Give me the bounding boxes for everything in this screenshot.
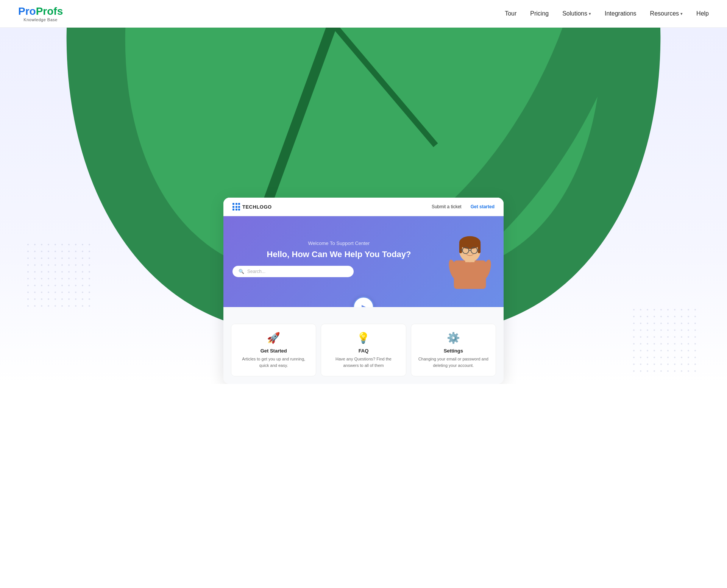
play-button[interactable]: ▶ — [353, 296, 374, 307]
demo-logo-area: TECHLOGO — [232, 203, 272, 211]
nav-links: Tour Pricing Solutions ▾ Integrations Re… — [505, 10, 709, 17]
nav-solutions[interactable]: Solutions ▾ — [562, 10, 591, 17]
nav-pricing[interactable]: Pricing — [530, 10, 549, 17]
play-icon: ▶ — [362, 303, 367, 307]
logo-pro: Pro — [18, 5, 36, 17]
demo-banner-label: Welcome To Support Center — [232, 240, 445, 246]
svg-rect-22 — [459, 243, 462, 253]
demo-hero-text: Welcome To Support Center Hello, How Can… — [232, 240, 445, 278]
card-desc-0: Articles to get you up and running, quic… — [237, 356, 310, 368]
demo-card-get-started: 🚀 Get Started Articles to get you up and… — [231, 324, 316, 376]
navbar: ProProfs Knowledge Base Tour Pricing Sol… — [0, 0, 727, 28]
card-desc-1: Have any Questions? Find the answers to … — [327, 356, 399, 368]
nav-tour[interactable]: Tour — [505, 10, 516, 17]
resources-chevron-icon: ▾ — [680, 11, 683, 16]
logo-subtitle: Knowledge Base — [18, 17, 63, 22]
demo-banner-title: Hello, How Can We Help You Today? — [232, 249, 445, 260]
demo-topbar: TECHLOGO Submit a ticket Get started — [223, 198, 504, 216]
logo-profs: Profs — [36, 5, 63, 17]
demo-card-faq: 💡 FAQ Have any Questions? Find the answe… — [321, 324, 406, 376]
card-title-2: Settings — [417, 348, 490, 354]
nav-integrations[interactable]: Integrations — [605, 10, 637, 17]
demo-topbar-actions: Submit a ticket Get started — [432, 204, 495, 209]
hero-section: Knowledge Base Software That Reduces Tic… — [0, 28, 727, 384]
logo[interactable]: ProProfs Knowledge Base — [18, 5, 63, 22]
demo-window-container: TECHLOGO Submit a ticket Get started Wel… — [8, 198, 719, 384]
demo-search-bar[interactable]: 🔍 Search... — [232, 266, 354, 277]
demo-card-settings: ⚙️ Settings Changing your email or passw… — [411, 324, 496, 376]
lightbulb-icon: 💡 — [327, 332, 399, 344]
svg-point-21 — [459, 236, 481, 249]
demo-hero-banner: Welcome To Support Center Hello, How Can… — [223, 216, 504, 307]
card-title-1: FAQ — [327, 348, 399, 354]
demo-cards-grid: 🚀 Get Started Articles to get you up and… — [223, 307, 504, 384]
get-started-link[interactable]: Get started — [471, 204, 495, 209]
rocket-icon: 🚀 — [237, 332, 310, 344]
svg-rect-18 — [454, 260, 486, 289]
nav-resources[interactable]: Resources ▾ — [650, 10, 683, 17]
search-icon: 🔍 — [239, 269, 244, 274]
demo-logo-grid-icon — [232, 203, 239, 211]
demo-window: TECHLOGO Submit a ticket Get started Wel… — [223, 198, 504, 384]
submit-ticket-link[interactable]: Submit a ticket — [432, 204, 462, 209]
nav-help[interactable]: Help — [696, 10, 709, 17]
card-title-0: Get Started — [237, 348, 310, 354]
card-desc-2: Changing your email or password and dele… — [417, 356, 490, 368]
solutions-chevron-icon: ▾ — [589, 11, 591, 16]
gear-icon: ⚙️ — [417, 332, 490, 344]
demo-person-image — [445, 228, 495, 289]
search-placeholder-text: Search... — [247, 269, 265, 274]
svg-rect-23 — [478, 243, 481, 253]
demo-logo-name: TECHLOGO — [242, 204, 272, 210]
